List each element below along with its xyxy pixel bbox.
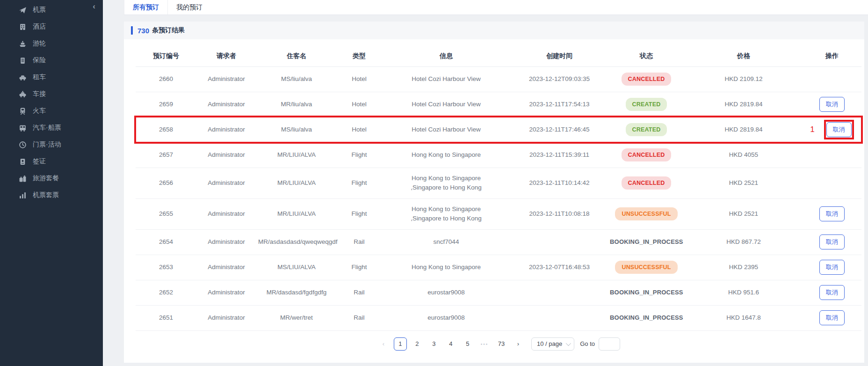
page-button-3[interactable]: 3 — [427, 337, 441, 351]
sidebar-item-6[interactable]: 车接 — [0, 86, 103, 102]
cell-type: Flight — [337, 255, 382, 280]
sidebar-item-2[interactable]: 酒店 — [0, 18, 103, 35]
cell-info: Hotel Cozi Harbour View — [382, 117, 511, 142]
cell-booking-id: 2651 — [136, 305, 196, 330]
sidebar-item-3[interactable]: 游轮 — [0, 35, 103, 52]
sidebar-item-1[interactable]: 机票 — [0, 1, 103, 18]
col-header-action: 操作 — [803, 46, 861, 66]
status-text: BOOKING_IN_PROCESS — [610, 289, 683, 296]
tab-bar: 所有预订 我的预订 — [124, 0, 868, 15]
cell-action: 取消 — [803, 305, 861, 330]
cell-status: BOOKING_IN_PROCESS — [608, 229, 685, 255]
table-row-2659: 2659AdministratorMR/liu/alvaHotelHotel C… — [136, 92, 861, 117]
cell-created: 2023-12-12T09:03:35 — [511, 66, 608, 92]
cell-price: HKD 1647.8 — [685, 305, 803, 330]
sidebar-item-label: 租车 — [33, 73, 46, 81]
cell-created — [511, 305, 608, 330]
sidebar: ‹ 机票酒店游轮保险租车车接火车汽车·船票门票·活动签证旅游套餐机票套票 — [0, 0, 103, 366]
page-button-4[interactable]: 4 — [444, 337, 457, 351]
cell-type: Flight — [337, 198, 382, 229]
taxi-icon — [19, 90, 27, 98]
train-icon — [19, 107, 27, 115]
col-header-requester: 请求者 — [196, 46, 256, 66]
cell-type: Flight — [337, 168, 382, 198]
sidebar-item-7[interactable]: 火车 — [0, 102, 103, 119]
page-button-1[interactable]: 1 — [394, 337, 407, 351]
sidebar-collapse-icon[interactable]: ‹ — [93, 2, 95, 11]
tab-my-bookings[interactable]: 我的预订 — [168, 0, 211, 15]
cell-action: 取消 — [803, 229, 861, 255]
sidebar-item-8[interactable]: 汽车·船票 — [0, 119, 103, 136]
cancel-button[interactable]: 取消 — [819, 260, 845, 275]
cell-price: HKD 951.6 — [685, 280, 803, 305]
sidebar-item-12[interactable]: 机票套票 — [0, 187, 103, 204]
cell-type: Rail — [337, 305, 382, 330]
cell-requester: Administrator — [196, 229, 256, 255]
cell-requester: Administrator — [196, 168, 256, 198]
cell-price: HKD 2521 — [685, 198, 803, 229]
cell-status: CANCELLED — [608, 142, 685, 168]
cell-price: HKD 2395 — [685, 255, 803, 280]
cell-created: 2023-12-11T17:54:13 — [511, 92, 608, 117]
status-badge: CREATED — [626, 98, 667, 111]
goto-label: Go to — [580, 340, 595, 347]
cancel-button[interactable]: 取消 — [819, 206, 845, 221]
sidebar-item-10[interactable]: 签证 — [0, 153, 103, 170]
page-button-5[interactable]: 5 — [461, 337, 474, 351]
pagination: ‹12345•••73› 10 / page Go to — [136, 337, 861, 351]
cell-created: 2023-12-11T17:46:45 — [511, 117, 608, 142]
status-badge: CANCELLED — [622, 148, 672, 161]
cell-booking-id: 2656 — [136, 168, 196, 198]
sidebar-item-11[interactable]: 旅游套餐 — [0, 170, 103, 187]
cell-action — [803, 168, 861, 198]
cell-price: HKD 867.72 — [685, 229, 803, 255]
cell-booking-id: 2659 — [136, 92, 196, 117]
col-header-guest: 住客名 — [256, 46, 337, 66]
sidebar-item-label: 汽车·船票 — [33, 124, 61, 132]
cell-type: Flight — [337, 142, 382, 168]
sidebar-item-5[interactable]: 租车 — [0, 69, 103, 86]
cell-created: 2023-12-07T16:48:53 — [511, 255, 608, 280]
col-header-status: 状态 — [608, 46, 685, 66]
cell-info: Hotel Cozi Harbour View — [382, 92, 511, 117]
cell-booking-id: 2657 — [136, 142, 196, 168]
sidebar-item-4[interactable]: 保险 — [0, 52, 103, 69]
cell-guest: MR/asdasdasd/qweqweqgdf — [256, 229, 337, 255]
cell-guest: MR/dasdasd/fgdfgdfg — [256, 280, 337, 305]
cell-action: 取消 — [803, 92, 861, 117]
cell-info: Hong Kong to Singapore — [382, 142, 511, 168]
cell-info: Hotel Cozi Harbour View — [382, 66, 511, 92]
cell-status: UNSUCCESSFUL — [608, 198, 685, 229]
car-icon — [19, 73, 27, 81]
sidebar-item-9[interactable]: 门票·活动 — [0, 136, 103, 153]
cell-requester: Administrator — [196, 255, 256, 280]
sidebar-item-label: 酒店 — [33, 22, 46, 31]
cell-guest: MR/LIU/ALVA — [256, 198, 337, 229]
cancel-button[interactable]: 取消 — [819, 285, 845, 300]
cancel-button[interactable]: 取消 — [826, 122, 852, 137]
passport-icon — [19, 158, 27, 166]
cancel-button[interactable]: 取消 — [819, 310, 845, 325]
plane-icon — [19, 6, 27, 14]
prev-page-icon[interactable]: ‹ — [377, 337, 390, 351]
cell-price: HKD 2819.84 — [685, 117, 803, 142]
cell-guest: MR/LIU/ALVA — [256, 168, 337, 198]
page-size-select[interactable]: 10 / page — [531, 337, 574, 351]
results-count: 730 — [137, 27, 149, 35]
next-page-icon[interactable]: › — [512, 337, 525, 351]
cell-type: Rail — [337, 229, 382, 255]
page-button-2[interactable]: 2 — [411, 337, 424, 351]
main-area: 所有预订 我的预订 730 条预订结果 预订编号 请求者 住客名 — [103, 0, 868, 366]
cell-requester: Administrator — [196, 92, 256, 117]
goto-page-input[interactable] — [599, 337, 620, 351]
sidebar-item-label: 火车 — [33, 107, 46, 115]
bookings-table-wrap: 预订编号 请求者 住客名 类型 信息 创建时间 状态 价格 操作 2660Adm… — [124, 39, 864, 351]
page-button-73[interactable]: 73 — [495, 337, 508, 351]
sidebar-item-label: 机票套票 — [33, 191, 59, 199]
table-row-2654: 2654AdministratorMR/asdasdasd/qweqweqgdf… — [136, 229, 861, 255]
cancel-button[interactable]: 取消 — [819, 234, 845, 249]
tab-all-bookings[interactable]: 所有预订 — [124, 0, 168, 15]
cell-price: HKD 4055 — [685, 142, 803, 168]
bundle-icon — [19, 191, 27, 199]
cancel-button[interactable]: 取消 — [819, 97, 845, 112]
